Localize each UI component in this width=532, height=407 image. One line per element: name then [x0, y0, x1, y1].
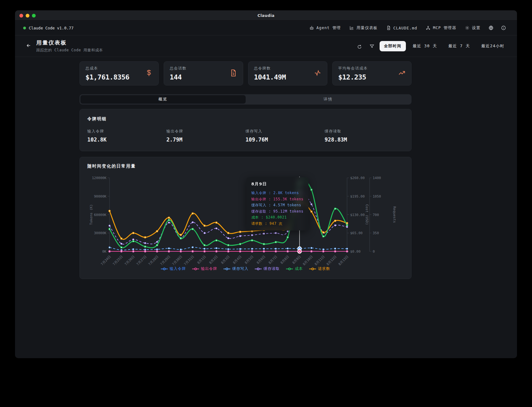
nav-settings[interactable]: 设置	[462, 23, 484, 33]
nav-label: Agent 管理	[316, 25, 341, 31]
svg-text:8月5日: 8月5日	[244, 255, 254, 265]
legend-item[interactable]: 请求数	[309, 266, 330, 271]
stat-card-total-cost: 总成本 $1,761.8356	[79, 61, 159, 85]
nav-mcp-manager[interactable]: MCP 管理器	[422, 23, 460, 33]
stat-card-avg-cost: 平均每会话成本 $12.235	[332, 61, 412, 85]
filter-last-24-hours[interactable]: 最近24小时	[477, 41, 509, 51]
stat-value: $1,761.8356	[85, 73, 129, 81]
stat-label: 总成本	[85, 66, 129, 71]
claude-code-status: Claude Code v1.0.77	[23, 26, 74, 30]
legend-marker-icon	[161, 267, 168, 270]
legend-marker-icon	[192, 267, 199, 270]
legend-item[interactable]: 输入令牌	[161, 266, 186, 271]
stat-label: 总令牌数	[254, 66, 286, 71]
refresh-button[interactable]	[354, 42, 364, 51]
filter-last-7-days[interactable]: 最近 7 天	[444, 41, 474, 51]
breakdown-label: 输出令牌	[166, 129, 246, 134]
stat-value: 144	[170, 73, 187, 81]
dollar-icon	[145, 69, 153, 78]
svg-text:7月30日: 7月30日	[171, 255, 183, 265]
filter-button[interactable]	[367, 42, 377, 51]
svg-text:1400: 1400	[373, 176, 381, 180]
app-window: Claudia Claude Code v1.0.77 Agent 管理 用量仪…	[15, 10, 517, 358]
usage-chart[interactable]: 0K$0.00030000K$65.0035060000K$130.007009…	[87, 172, 404, 265]
svg-text:8月4日: 8月4日	[232, 255, 242, 265]
svg-text:8月9日: 8月9日	[291, 255, 301, 265]
svg-text:1050: 1050	[373, 194, 381, 198]
language-globe-button[interactable]	[486, 23, 496, 33]
nav-agent-manager[interactable]: Agent 管理	[306, 23, 344, 33]
svg-text:8月11日: 8月11日	[314, 255, 325, 265]
chart-title: 随时间变化的日常用量	[87, 163, 404, 169]
info-icon	[501, 25, 506, 30]
gear-icon	[465, 26, 469, 30]
filter-last-30-days[interactable]: 最近 30 天	[408, 41, 442, 51]
status-label: Claude Code v1.0.77	[29, 26, 74, 30]
info-button[interactable]	[498, 23, 509, 33]
breakdown-value: 102.8K	[87, 137, 166, 143]
legend-marker-icon	[223, 267, 230, 270]
legend-item[interactable]: 输出令牌	[192, 266, 217, 271]
top-nav: Agent 管理 用量仪表板 CLAUDE.md MCP 管理器 设置	[306, 23, 509, 33]
window-title: Claudia	[258, 13, 275, 18]
svg-text:8月8日: 8月8日	[279, 255, 289, 265]
nav-usage-dashboard[interactable]: 用量仪表板	[346, 23, 381, 33]
legend-item[interactable]: 成本	[286, 266, 303, 271]
tab-details[interactable]: 详情	[246, 95, 411, 104]
svg-text:120000K: 120000K	[92, 176, 107, 180]
stat-cards: 总成本 $1,761.8356 总会话数 144 总令牌数 1041.49M	[79, 61, 412, 85]
page-header: 用量仪表板 跟踪您的 Claude Code 用量和成本 全部时间 最近 30 …	[15, 35, 517, 57]
close-window-button[interactable]	[19, 14, 23, 18]
stat-label: 平均每会话成本	[338, 66, 368, 71]
time-range-controls: 全部时间 最近 30 天 最近 7 天 最近24小时	[354, 41, 509, 51]
nav-claude-md[interactable]: CLAUDE.md	[383, 23, 421, 33]
stat-card-total-tokens: 总令牌数 1041.49M	[248, 61, 327, 85]
nav-label: 用量仪表板	[356, 25, 378, 31]
minimize-window-button[interactable]	[26, 14, 29, 18]
svg-text:8月6日: 8月6日	[256, 255, 266, 265]
breakdown-value: 2.79M	[166, 137, 246, 143]
breakdown-label: 输入令牌	[87, 129, 166, 134]
svg-text:8月2日: 8月2日	[208, 255, 218, 265]
svg-text:7月25日: 7月25日	[112, 255, 124, 265]
svg-text:700: 700	[373, 213, 379, 217]
breakdown-value: 928.83M	[325, 137, 404, 143]
svg-text:8月7日: 8月7日	[268, 255, 278, 265]
traffic-lights	[19, 10, 36, 21]
tooltip-row-cache-read: 缓存读取 : 95.12M tokens	[251, 209, 304, 215]
legend-marker-icon	[286, 267, 293, 270]
document-icon	[230, 69, 237, 78]
svg-text:350: 350	[373, 231, 379, 235]
svg-text:Cost (USD): Cost (USD)	[365, 204, 369, 225]
legend-item[interactable]: 缓存写入	[223, 266, 248, 271]
globe-icon	[489, 25, 494, 30]
zoom-window-button[interactable]	[32, 14, 36, 18]
tooltip-row-input: 输入令牌 : 2.8K tokens	[251, 190, 304, 196]
legend-marker-icon	[309, 267, 316, 270]
stat-value: 1041.49M	[254, 73, 286, 81]
chart-tooltip: 8月9日 输入令牌 : 2.8K tokens 输出令牌 : 155.3K to…	[246, 177, 309, 230]
tab-overview[interactable]: 概览	[80, 95, 246, 104]
breakdown-cache-read: 缓存读取 928.83M	[325, 129, 404, 143]
tooltip-row-requests: 请求数 : 947 次	[251, 221, 304, 227]
filter-all-time[interactable]: 全部时间	[380, 41, 406, 51]
token-breakdown-panel: 令牌明细 输入令牌 102.8K 输出令牌 2.79M 缓存写入 109.76M…	[79, 109, 412, 151]
daily-usage-chart-panel: 随时间变化的日常用量 0K$0.00030000K$65.0035060000K…	[79, 157, 412, 279]
svg-text:8月12日: 8月12日	[326, 255, 337, 265]
topbar: Claude Code v1.0.77 Agent 管理 用量仪表板 CLAUD…	[15, 21, 517, 35]
nav-label: CLAUDE.md	[393, 26, 417, 30]
breakdown-label: 缓存写入	[246, 129, 325, 134]
svg-text:7月24日: 7月24日	[100, 255, 112, 265]
svg-text:7月29日: 7月29日	[159, 255, 171, 265]
svg-text:0: 0	[373, 250, 375, 254]
breakdown-output-tokens: 输出令牌 2.79M	[166, 129, 246, 143]
svg-text:$0.00: $0.00	[350, 250, 361, 254]
stat-label: 总会话数	[170, 66, 187, 71]
svg-text:8月10日: 8月10日	[302, 255, 314, 265]
svg-text:60000K: 60000K	[94, 213, 106, 217]
legend-item[interactable]: 缓存读取	[255, 266, 280, 271]
back-button[interactable]	[23, 41, 34, 51]
svg-text:Tokens (K): Tokens (K)	[89, 204, 93, 225]
svg-text:90000K: 90000K	[94, 194, 106, 198]
bot-icon	[309, 26, 314, 30]
